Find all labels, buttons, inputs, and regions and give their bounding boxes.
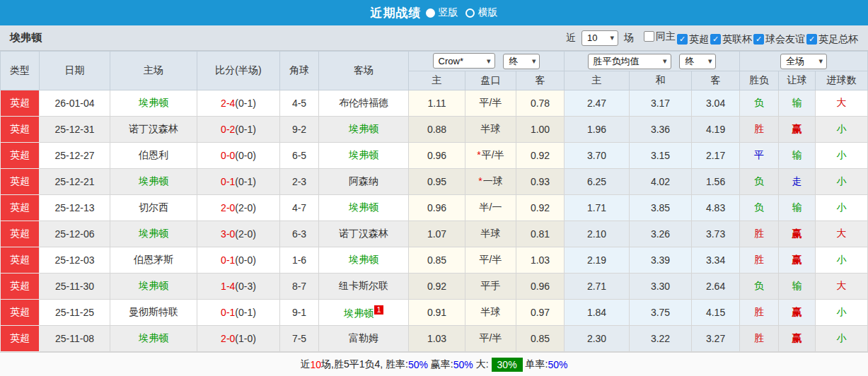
avg-home: 1.84 — [565, 300, 630, 326]
away-team: 阿森纳 — [319, 169, 409, 195]
away-team: 埃弗顿1 — [319, 300, 409, 326]
away-odds: 0.92 — [516, 195, 565, 221]
filter-checkbox-2[interactable]: ✓英超 — [677, 33, 709, 46]
handicap: 平手 — [465, 274, 516, 300]
result: 胜 — [740, 117, 779, 143]
footer-text: 近 — [300, 358, 310, 371]
table-header: 类型 日期 主场 比分(半场) 角球 客场 Crow* ▾ 终 ▾ — [1, 52, 868, 90]
layout-option-vertical[interactable]: 竖版 — [429, 6, 458, 19]
filter-checkbox-4[interactable]: ✓球会友谊 — [753, 33, 805, 46]
away-team: 埃弗顿 — [319, 143, 409, 169]
handicap: 半球 — [465, 117, 516, 143]
topbar: 近期战绩 竖版 横版 — [0, 0, 868, 25]
handicap: 平/半 — [465, 247, 516, 274]
col-score: 比分(半场) — [197, 52, 280, 90]
result: 胜 — [740, 247, 779, 274]
handicap-result: 赢 — [779, 300, 816, 326]
subcol-handicap-result: 让球 — [779, 71, 816, 90]
avg-home: 2.47 — [565, 90, 630, 117]
handicap: 半球 — [465, 300, 516, 326]
away-team: 诺丁汉森林 — [319, 221, 409, 247]
chevron-down-icon: ▾ — [819, 57, 823, 65]
score: 2-0(2-0) — [197, 195, 280, 221]
red-card-badge: 1 — [374, 305, 383, 315]
match-row: 英超25-11-25曼彻斯特联0-1(0-1)9-1埃弗顿10.91半球0.97… — [1, 300, 868, 326]
league-badge: 英超 — [1, 90, 40, 117]
avg-type-value: 胜平负均值 — [594, 55, 640, 68]
score: 0-1(0-0) — [197, 247, 280, 274]
footer-text: 50% — [548, 359, 568, 370]
subcol-result: 胜负 — [740, 71, 779, 90]
avg-away: 4.15 — [692, 300, 740, 326]
handicap: 半球 — [465, 221, 516, 247]
filter-checkbox-3[interactable]: ✓英联杯 — [710, 33, 752, 46]
summary-footer: 近10场,胜5平1负4, 胜率:50% 赢率:50% 大:30%单率:50% — [0, 352, 868, 376]
footer-text: 10 — [310, 359, 321, 370]
handicap: 半/一 — [465, 195, 516, 221]
scope-select[interactable]: 全场 ▾ — [780, 54, 827, 69]
home-odds: 0.96 — [409, 195, 465, 221]
league-badge: 英超 — [1, 169, 40, 195]
match-row: 英超25-12-31诺丁汉森林0-2(0-1)9-2埃弗顿0.88半球1.001… — [1, 117, 868, 143]
corner-score: 6-5 — [280, 143, 319, 169]
recent-results-panel: 近期战绩 竖版 横版 埃弗顿 近 10 ▾ 场 同主✓英超✓英联杯✓球会友谊✓英… — [0, 0, 868, 376]
subcol-odds-home: 主 — [409, 71, 465, 90]
away-team: 布伦特福德 — [319, 90, 409, 117]
subcol-handicap: 盘口 — [465, 71, 516, 90]
checkbox-label: 英超 — [689, 33, 709, 46]
home-team: 埃弗顿 — [110, 221, 197, 247]
avg-away: 1.56 — [692, 169, 740, 195]
avg-draw: 3.75 — [630, 300, 692, 326]
avg-draw: 4.02 — [630, 169, 692, 195]
avg-draw: 3.30 — [630, 274, 692, 300]
home-team: 曼彻斯特联 — [110, 300, 197, 326]
home-team: 诺丁汉森林 — [110, 117, 197, 143]
big-rate-badge: 30% — [492, 358, 523, 372]
away-odds: 0.81 — [516, 221, 565, 247]
chevron-down-icon: ▾ — [610, 34, 614, 42]
col-away: 客场 — [319, 52, 409, 90]
avg-away: 3.04 — [692, 90, 740, 117]
away-odds: 0.92 — [516, 143, 565, 169]
score: 0-0(0-0) — [197, 143, 280, 169]
score: 3-0(2-0) — [197, 221, 280, 247]
result: 负 — [740, 274, 779, 300]
checkbox-label: 同主 — [656, 30, 676, 43]
avg-draw: 3.22 — [630, 326, 692, 352]
goals-result: 小 — [816, 300, 868, 326]
match-row: 英超25-12-06埃弗顿3-0(2-0)6-3诺丁汉森林1.07半球0.812… — [1, 221, 868, 247]
score: 2-4(0-1) — [197, 90, 280, 117]
odds-company-value: Crow* — [439, 56, 463, 66]
home-odds: 1.03 — [409, 326, 465, 352]
avg-type-select[interactable]: 胜平负均值 ▾ — [588, 54, 671, 69]
away-odds: 0.96 — [516, 274, 565, 300]
league-badge: 英超 — [1, 274, 40, 300]
checkbox-checked-icon: ✓ — [806, 34, 817, 45]
odds-time-select[interactable]: 终 ▾ — [503, 54, 540, 69]
match-date: 25-12-03 — [40, 247, 110, 274]
goals-result: 小 — [816, 195, 868, 221]
filter-checkbox-1[interactable]: 同主 — [644, 30, 676, 43]
radio-selected-icon — [426, 8, 435, 18]
match-date: 25-12-27 — [40, 143, 110, 169]
layout-option-horizontal[interactable]: 横版 — [465, 6, 498, 19]
odds-company-select[interactable]: Crow* ▾ — [433, 53, 495, 69]
handicap-result: 赢 — [779, 221, 816, 247]
goals-result: 大 — [816, 274, 868, 300]
avg-away: 4.83 — [692, 195, 740, 221]
odds-group-header: Crow* ▾ 终 ▾ — [409, 52, 565, 71]
col-home: 主场 — [110, 52, 197, 90]
away-team: 富勒姆 — [319, 326, 409, 352]
home-odds: 1.11 — [409, 90, 465, 117]
away-odds: 1.03 — [516, 247, 565, 274]
subcol-avg-draw: 和 — [630, 71, 692, 90]
home-team: 埃弗顿 — [110, 326, 197, 352]
recent-label: 近 — [566, 32, 576, 45]
avg-away: 4.19 — [692, 117, 740, 143]
avg-home: 2.30 — [565, 326, 630, 352]
avg-time-select[interactable]: 终 ▾ — [679, 54, 716, 69]
filter-checkbox-5[interactable]: ✓英足总杯 — [806, 33, 858, 46]
match-count-select[interactable]: 10 ▾ — [581, 30, 618, 46]
checkbox-label: 英足总杯 — [818, 33, 858, 46]
corner-score: 8-7 — [280, 274, 319, 300]
